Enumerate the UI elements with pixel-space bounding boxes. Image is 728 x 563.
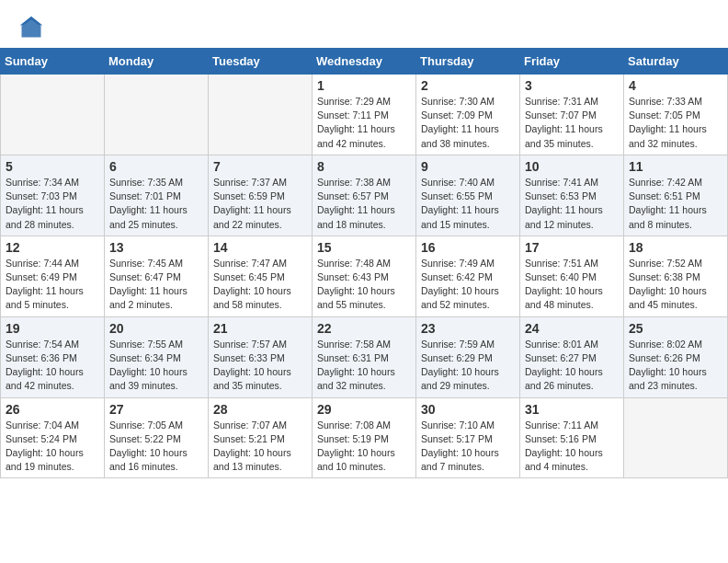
day-info: Sunrise: 7:11 AMSunset: 5:16 PMDaylight:… [525,419,619,475]
day-info: Sunrise: 7:35 AMSunset: 7:01 PMDaylight:… [109,176,203,232]
day-info: Sunrise: 7:41 AMSunset: 6:53 PMDaylight:… [525,176,619,232]
calendar-day-cell: 22Sunrise: 7:58 AMSunset: 6:31 PMDayligh… [313,316,416,397]
calendar-header-thursday: Thursday [416,49,520,75]
day-info: Sunrise: 7:49 AMSunset: 6:42 PMDaylight:… [421,257,515,313]
day-info: Sunrise: 7:45 AMSunset: 6:47 PMDaylight:… [109,257,203,313]
day-info: Sunrise: 7:05 AMSunset: 5:22 PMDaylight:… [109,419,203,475]
calendar-day-cell: 20Sunrise: 7:55 AMSunset: 6:34 PMDayligh… [105,316,209,397]
calendar-day-cell: 11Sunrise: 7:42 AMSunset: 6:51 PMDayligh… [624,155,728,236]
calendar-day-cell: 25Sunrise: 8:02 AMSunset: 6:26 PMDayligh… [624,316,728,397]
day-number: 25 [629,321,722,336]
calendar-day-cell: 23Sunrise: 7:59 AMSunset: 6:29 PMDayligh… [416,316,520,397]
calendar-week-row: 19Sunrise: 7:54 AMSunset: 6:36 PMDayligh… [1,316,728,397]
calendar-day-cell [105,75,209,155]
calendar-day-cell: 26Sunrise: 7:04 AMSunset: 5:24 PMDayligh… [1,397,105,478]
day-info: Sunrise: 7:59 AMSunset: 6:29 PMDaylight:… [421,338,515,394]
calendar-day-cell: 8Sunrise: 7:38 AMSunset: 6:57 PMDaylight… [313,155,416,236]
day-info: Sunrise: 8:01 AMSunset: 6:27 PMDaylight:… [525,338,619,394]
day-number: 18 [629,240,722,255]
day-number: 24 [525,321,619,336]
calendar-day-cell: 18Sunrise: 7:52 AMSunset: 6:38 PMDayligh… [624,236,728,316]
calendar-header-monday: Monday [105,49,209,75]
calendar-day-cell: 12Sunrise: 7:44 AMSunset: 6:49 PMDayligh… [1,236,105,316]
day-info: Sunrise: 7:51 AMSunset: 6:40 PMDaylight:… [525,257,619,313]
day-number: 28 [213,402,307,417]
day-info: Sunrise: 7:38 AMSunset: 6:57 PMDaylight:… [317,176,411,232]
calendar-day-cell: 29Sunrise: 7:08 AMSunset: 5:19 PMDayligh… [313,397,416,478]
day-number: 26 [6,402,99,417]
calendar-header-saturday: Saturday [624,49,728,75]
day-info: Sunrise: 8:02 AMSunset: 6:26 PMDaylight:… [629,338,722,394]
day-number: 10 [525,159,619,174]
logo-icon [18,15,44,40]
calendar-week-row: 12Sunrise: 7:44 AMSunset: 6:49 PMDayligh… [1,236,728,316]
calendar-day-cell [209,75,313,155]
day-number: 29 [317,402,411,417]
day-number: 4 [629,78,722,93]
day-info: Sunrise: 7:29 AMSunset: 7:11 PMDaylight:… [317,95,411,151]
day-number: 8 [317,159,411,174]
day-number: 27 [109,402,203,417]
calendar-day-cell: 21Sunrise: 7:57 AMSunset: 6:33 PMDayligh… [209,316,313,397]
day-info: Sunrise: 7:08 AMSunset: 5:19 PMDaylight:… [317,419,411,475]
day-info: Sunrise: 7:48 AMSunset: 6:43 PMDaylight:… [317,257,411,313]
day-info: Sunrise: 7:54 AMSunset: 6:36 PMDaylight:… [6,338,99,394]
svg-marker-0 [22,18,41,38]
calendar-day-cell: 9Sunrise: 7:40 AMSunset: 6:55 PMDaylight… [416,155,520,236]
day-number: 13 [109,240,203,255]
calendar-table: SundayMondayTuesdayWednesdayThursdayFrid… [0,48,728,478]
day-info: Sunrise: 7:31 AMSunset: 7:07 PMDaylight:… [525,95,619,151]
logo [18,15,48,40]
day-number: 3 [525,78,619,93]
day-info: Sunrise: 7:42 AMSunset: 6:51 PMDaylight:… [629,176,722,232]
day-number: 20 [109,321,203,336]
day-number: 17 [525,240,619,255]
day-info: Sunrise: 7:30 AMSunset: 7:09 PMDaylight:… [421,95,515,151]
calendar-day-cell: 28Sunrise: 7:07 AMSunset: 5:21 PMDayligh… [209,397,313,478]
calendar-day-cell [624,397,728,478]
calendar-day-cell: 3Sunrise: 7:31 AMSunset: 7:07 PMDaylight… [520,75,624,155]
day-info: Sunrise: 7:44 AMSunset: 6:49 PMDaylight:… [6,257,99,313]
day-info: Sunrise: 7:37 AMSunset: 6:59 PMDaylight:… [213,176,307,232]
day-info: Sunrise: 7:55 AMSunset: 6:34 PMDaylight:… [109,338,203,394]
day-info: Sunrise: 7:57 AMSunset: 6:33 PMDaylight:… [213,338,307,394]
calendar-day-cell: 6Sunrise: 7:35 AMSunset: 7:01 PMDaylight… [105,155,209,236]
calendar-day-cell: 15Sunrise: 7:48 AMSunset: 6:43 PMDayligh… [313,236,416,316]
calendar-header-sunday: Sunday [1,49,105,75]
calendar-header-tuesday: Tuesday [209,49,313,75]
calendar-week-row: 5Sunrise: 7:34 AMSunset: 7:03 PMDaylight… [1,155,728,236]
day-info: Sunrise: 7:58 AMSunset: 6:31 PMDaylight:… [317,338,411,394]
day-number: 31 [525,402,619,417]
day-number: 1 [317,78,411,93]
day-number: 19 [6,321,99,336]
calendar-day-cell: 7Sunrise: 7:37 AMSunset: 6:59 PMDaylight… [209,155,313,236]
day-info: Sunrise: 7:07 AMSunset: 5:21 PMDaylight:… [213,419,307,475]
day-number: 5 [6,159,99,174]
day-number: 7 [213,159,307,174]
calendar-day-cell: 10Sunrise: 7:41 AMSunset: 6:53 PMDayligh… [520,155,624,236]
day-number: 12 [6,240,99,255]
calendar-day-cell: 1Sunrise: 7:29 AMSunset: 7:11 PMDaylight… [313,75,416,155]
calendar-header-wednesday: Wednesday [313,49,416,75]
calendar-week-row: 26Sunrise: 7:04 AMSunset: 5:24 PMDayligh… [1,397,728,478]
day-number: 21 [213,321,307,336]
calendar-day-cell: 4Sunrise: 7:33 AMSunset: 7:05 PMDaylight… [624,75,728,155]
day-info: Sunrise: 7:40 AMSunset: 6:55 PMDaylight:… [421,176,515,232]
day-info: Sunrise: 7:10 AMSunset: 5:17 PMDaylight:… [421,419,515,475]
day-info: Sunrise: 7:33 AMSunset: 7:05 PMDaylight:… [629,95,722,151]
day-number: 6 [109,159,203,174]
calendar-day-cell: 14Sunrise: 7:47 AMSunset: 6:45 PMDayligh… [209,236,313,316]
day-info: Sunrise: 7:04 AMSunset: 5:24 PMDaylight:… [6,419,99,475]
calendar-day-cell: 31Sunrise: 7:11 AMSunset: 5:16 PMDayligh… [520,397,624,478]
calendar-day-cell: 16Sunrise: 7:49 AMSunset: 6:42 PMDayligh… [416,236,520,316]
calendar-day-cell: 5Sunrise: 7:34 AMSunset: 7:03 PMDaylight… [1,155,105,236]
calendar-day-cell: 30Sunrise: 7:10 AMSunset: 5:17 PMDayligh… [416,397,520,478]
calendar-day-cell: 17Sunrise: 7:51 AMSunset: 6:40 PMDayligh… [520,236,624,316]
calendar-day-cell: 19Sunrise: 7:54 AMSunset: 6:36 PMDayligh… [1,316,105,397]
day-number: 11 [629,159,722,174]
day-number: 9 [421,159,515,174]
calendar-day-cell: 27Sunrise: 7:05 AMSunset: 5:22 PMDayligh… [105,397,209,478]
calendar-day-cell [1,75,105,155]
calendar-day-cell: 24Sunrise: 8:01 AMSunset: 6:27 PMDayligh… [520,316,624,397]
day-info: Sunrise: 7:52 AMSunset: 6:38 PMDaylight:… [629,257,722,313]
